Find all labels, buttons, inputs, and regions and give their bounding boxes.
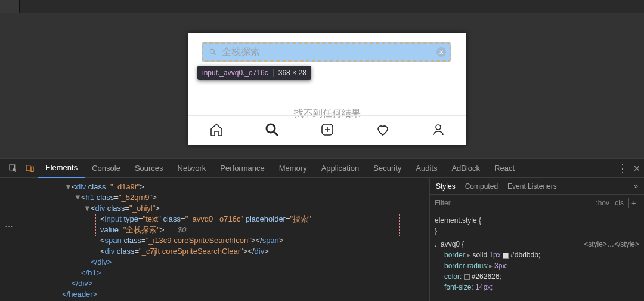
styles-tabbar: Styles Computed Event Listeners » xyxy=(430,178,644,195)
rendered-page: 全栈探索 ✕ 找不到任何结果 input._avvq0._o716c 368 ×… xyxy=(0,0,644,158)
svg-point-2 xyxy=(267,124,275,133)
tab-memory[interactable]: Memory xyxy=(272,159,314,178)
nav-profile[interactable] xyxy=(431,122,445,139)
svg-line-1 xyxy=(214,53,216,55)
svg-point-0 xyxy=(210,49,214,53)
device-toolbar-icon[interactable] xyxy=(21,160,38,177)
styles-tab-styles[interactable]: Styles xyxy=(436,182,456,191)
tooltip-selector: input._avvq0._o716c xyxy=(202,69,268,77)
styles-tab-computed[interactable]: Computed xyxy=(465,182,498,191)
devtools-tabbar: Elements Console Sources Network Perform… xyxy=(0,159,644,178)
magnify-icon xyxy=(209,48,217,56)
tab-performance[interactable]: Performance xyxy=(213,159,271,178)
hov-toggle[interactable]: :hov xyxy=(596,199,609,207)
tab-network[interactable]: Network xyxy=(171,159,213,178)
nav-activity[interactable] xyxy=(376,122,390,139)
nav-add[interactable] xyxy=(320,122,335,139)
nav-search[interactable] xyxy=(265,122,279,139)
styles-tab-listeners[interactable]: Event Listeners xyxy=(507,182,557,191)
collapsed-indicator-icon: ⋯ xyxy=(5,221,13,232)
element-inspector-tooltip: input._avvq0._o716c 368 × 28 xyxy=(197,66,311,80)
tooltip-dimensions: 368 × 28 xyxy=(273,69,306,77)
styles-filter-input[interactable]: Filter xyxy=(435,199,592,207)
bottom-nav xyxy=(188,115,466,145)
inspect-element-icon[interactable] xyxy=(5,160,21,177)
browser-toolbar xyxy=(0,0,644,13)
search-input-highlighted[interactable]: 全栈探索 ✕ xyxy=(202,42,451,62)
devtools-close-icon[interactable]: ✕ xyxy=(630,163,644,174)
svg-rect-9 xyxy=(26,165,30,170)
dom-tree[interactable]: ⋯ ▼<div class="_d1a9t"> ▼<h1 class="_52q… xyxy=(0,178,429,301)
search-placeholder-text: 全栈探索 xyxy=(222,46,436,59)
tab-adblock[interactable]: AdBlock xyxy=(444,159,487,178)
new-style-rule-icon[interactable]: + xyxy=(628,198,639,208)
clear-search-icon[interactable]: ✕ xyxy=(436,47,446,57)
svg-rect-10 xyxy=(31,167,33,171)
css-rules[interactable]: element.style { } ._avvq0 {<style>…</sty… xyxy=(430,211,644,296)
mobile-app-preview: 全栈探索 ✕ 找不到任何结果 xyxy=(188,33,466,145)
tab-react[interactable]: React xyxy=(487,159,522,178)
svg-line-3 xyxy=(274,132,278,136)
toolbar-button[interactable] xyxy=(0,0,20,13)
tab-security[interactable]: Security xyxy=(366,159,408,178)
cls-toggle[interactable]: .cls xyxy=(613,199,624,207)
tab-audits[interactable]: Audits xyxy=(408,159,444,178)
tab-application[interactable]: Application xyxy=(314,159,367,178)
devtools-panel: Elements Console Sources Network Perform… xyxy=(0,158,644,301)
tab-console[interactable]: Console xyxy=(85,159,128,178)
styles-more-icon[interactable]: » xyxy=(634,182,638,191)
tab-elements[interactable]: Elements xyxy=(38,159,85,178)
tab-sources[interactable]: Sources xyxy=(128,159,171,178)
styles-sidebar: Styles Computed Event Listeners » Filter… xyxy=(429,178,644,301)
nav-home[interactable] xyxy=(209,122,224,139)
styles-filter-row: Filter :hov .cls + xyxy=(430,195,644,211)
devtools-menu-icon[interactable]: ⋮ xyxy=(615,163,630,174)
svg-point-7 xyxy=(436,125,441,130)
